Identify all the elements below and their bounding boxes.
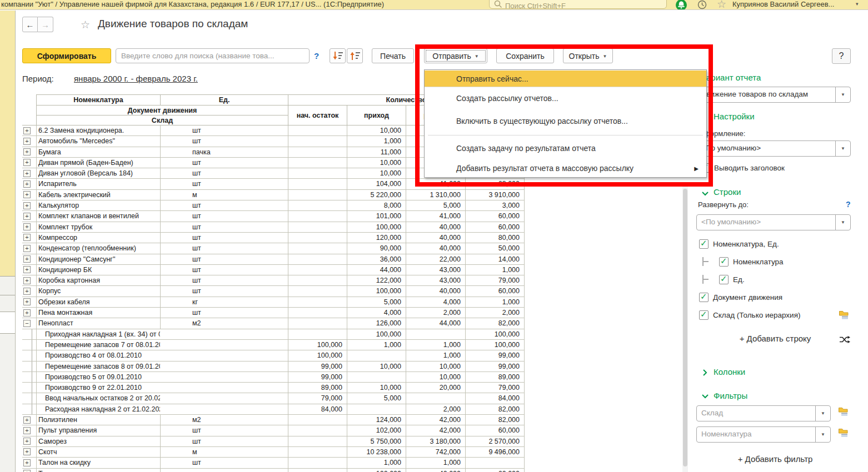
expander-cell: + (22, 200, 36, 210)
hierarchy-folder-icon[interactable] (838, 427, 849, 437)
expand-to-select[interactable]: <По умолчанию> ▼ (696, 214, 851, 230)
hierarchy-folder-icon[interactable] (839, 309, 849, 319)
expand-button[interactable]: + (23, 288, 31, 295)
menu-item[interactable]: Создать задачу по результатам отчета (425, 138, 706, 159)
expand-button[interactable]: + (23, 234, 31, 241)
expand-button[interactable]: + (23, 266, 31, 273)
row-group-checkbox[interactable]: ✓ (699, 239, 709, 249)
forward-button[interactable]: → (38, 17, 53, 32)
table-row: Производство 5 от 09.01.201099,00010,000… (22, 372, 525, 383)
send-button[interactable]: Отправить▼ (424, 48, 487, 63)
vertical-scrollbar[interactable] (682, 187, 688, 472)
expand-button[interactable]: + (23, 170, 31, 177)
user-menu-caret-icon[interactable]: ▾ (856, 1, 859, 7)
expense-cell: 1,000 (406, 350, 465, 360)
expand-button[interactable]: + (23, 416, 31, 424)
search-help-icon[interactable]: ? (314, 51, 319, 61)
row-nomenclature-checkbox[interactable]: ✓ (719, 257, 729, 267)
page-favorite-star-icon[interactable]: ☆ (81, 18, 90, 31)
back-button[interactable]: ← (22, 17, 38, 32)
table-row: +Кондиционер "Самсунг"шт36,00022,00014,0… (22, 254, 525, 265)
expand-button[interactable]: + (23, 213, 31, 220)
expand-button[interactable]: + (23, 245, 31, 252)
panel-help-button[interactable]: ? (832, 48, 851, 64)
table-search-input[interactable]: Введите слово для поиска (название това.… (116, 48, 310, 63)
expand-button[interactable]: + (23, 298, 31, 305)
expand-button[interactable]: + (23, 159, 31, 166)
sort-descending-button[interactable] (330, 48, 346, 63)
expand-button[interactable]: + (23, 277, 31, 284)
expand-button[interactable]: + (23, 427, 31, 434)
expand-button[interactable]: + (23, 138, 31, 145)
expand-button[interactable]: + (23, 438, 31, 445)
notifications-bell-icon[interactable] (675, 0, 687, 10)
hierarchy-folder-icon[interactable] (838, 406, 849, 416)
row-unit-checkbox[interactable]: ✓ (719, 275, 729, 284)
favorites-star-icon[interactable]: ☆ (717, 0, 726, 10)
filter-warehouse-input[interactable]: Склад ▼ (696, 405, 831, 421)
chevron-down-icon[interactable]: ▼ (815, 427, 830, 442)
collapse-button[interactable]: − (23, 320, 31, 327)
section-collapse-icon[interactable] (701, 394, 709, 399)
scrollbar-thumb[interactable] (683, 189, 687, 466)
report-variant-select[interactable]: Движение товаров по складам ▼ (696, 87, 851, 103)
menu-item[interactable]: Добавить результат отчета в массовую рас… (425, 159, 706, 178)
shuffle-icon[interactable] (839, 335, 850, 344)
period-link[interactable]: январь 2000 г. - февраль 2023 г. (74, 74, 198, 83)
column-header-nomenclature: Номенклатура (37, 95, 160, 105)
menu-item[interactable]: Создать рассылку отчетов... (425, 87, 706, 109)
expand-button[interactable]: + (23, 191, 31, 198)
expand-button[interactable]: + (23, 223, 31, 230)
chevron-down-icon[interactable]: ▼ (835, 215, 850, 230)
expand-button[interactable]: + (23, 127, 31, 134)
expand-button[interactable]: + (23, 448, 31, 455)
expand-button[interactable]: + (23, 180, 31, 188)
menu-separator (428, 135, 703, 135)
section-expand-icon[interactable] (702, 369, 708, 376)
chevron-down-icon[interactable]: ▼ (835, 87, 850, 102)
expand-button[interactable]: + (23, 309, 31, 317)
chevron-down-icon: ▼ (475, 54, 479, 59)
global-search-input[interactable]: Поиск Ctrl+Shift+F (489, 0, 667, 9)
table-row: +Полиэтиленм2124,00042,00082,000 (22, 415, 525, 425)
expand-button[interactable]: + (23, 202, 31, 209)
expand-button[interactable]: + (23, 470, 31, 472)
expander-cell: + (22, 286, 36, 296)
filter-nomenclature-input[interactable]: Номенклатура ▼ (696, 426, 831, 443)
open-button[interactable]: Открыть▼ (563, 48, 613, 63)
chevron-down-icon[interactable]: ▼ (815, 406, 830, 421)
unit-cell: м2 (160, 318, 288, 328)
row-warehouse-checkbox[interactable]: ✓ (699, 310, 709, 320)
nomenclature-cell: Бумага (36, 147, 160, 157)
add-filter-link[interactable]: + Добавить фильтр (692, 454, 859, 464)
filters-section-heading[interactable]: Фильтры (714, 391, 747, 400)
expand-button[interactable]: + (23, 148, 31, 155)
expand-button[interactable]: + (23, 255, 31, 263)
row-doc-checkbox[interactable]: ✓ (699, 293, 709, 302)
nomenclature-cell: 6.2 Замена кондиционера. (36, 125, 160, 135)
global-search-placeholder: Поиск Ctrl+Shift+F (505, 2, 566, 10)
expense-cell: 41,000 (406, 211, 465, 221)
table-row: +Кондиционер БКшт44,00043,0001,000 (22, 265, 525, 275)
print-button[interactable]: Печать (372, 48, 414, 63)
table-row: Производство 4 от 08.01.2010100,0001,000… (22, 350, 525, 361)
menu-item[interactable]: Включить в существующую рассылку отчетов… (425, 109, 706, 133)
chevron-down-icon[interactable]: ▼ (835, 141, 850, 156)
expander-cell: + (22, 308, 36, 318)
expand-to-help-icon[interactable]: ? (846, 200, 851, 209)
expand-button[interactable]: + (23, 459, 31, 466)
tree-line (32, 361, 32, 371)
menu-item[interactable]: Отправить сейчас... (425, 71, 706, 87)
rows-section-heading[interactable]: Строки (714, 187, 741, 197)
add-row-link[interactable]: + Добавить строку (692, 334, 859, 343)
section-collapse-icon[interactable] (701, 191, 709, 197)
appearance-select[interactable]: <По умолчанию> ▼ (696, 140, 851, 157)
begin-balance-cell (288, 447, 347, 457)
generate-button[interactable]: Сформировать (22, 48, 111, 63)
columns-section-heading[interactable]: Колонки (714, 367, 745, 376)
row-doc-label: Документ движения (713, 293, 782, 302)
save-report-button[interactable]: Сохранить (496, 48, 554, 63)
current-user[interactable]: Куприянов Василий Сергеев... (732, 0, 834, 8)
history-icon[interactable] (697, 0, 707, 10)
sort-ascending-button[interactable] (347, 48, 363, 63)
